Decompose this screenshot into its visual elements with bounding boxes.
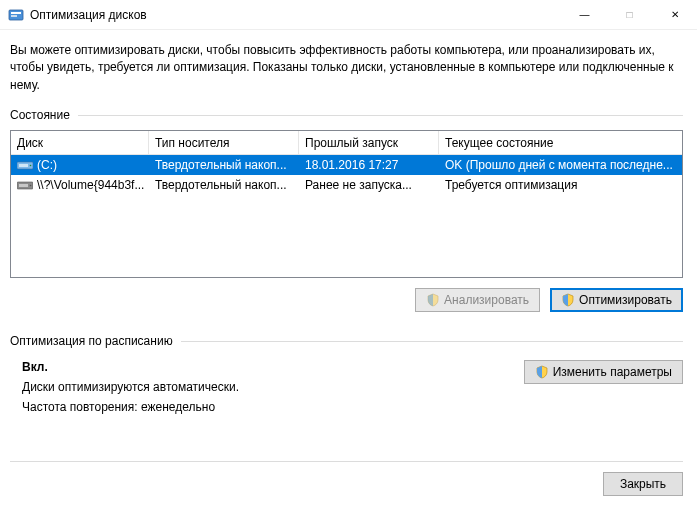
optimize-button[interactable]: Оптимизировать (550, 288, 683, 312)
shield-icon (561, 293, 575, 307)
svg-rect-2 (11, 15, 17, 17)
table-row[interactable]: (C:) Твердотельный накоп... 18.01.2016 1… (11, 155, 682, 175)
svg-rect-7 (19, 184, 28, 187)
shield-icon (426, 293, 440, 307)
close-button[interactable]: ✕ (652, 0, 697, 29)
svg-rect-1 (11, 12, 21, 14)
drive-icon (17, 179, 33, 191)
schedule-freq: Частота повторения: еженедельно (22, 400, 524, 414)
table-row[interactable]: \\?\Volume{944b3f... Твердотельный накоп… (11, 175, 682, 195)
minimize-button[interactable]: — (562, 0, 607, 29)
drive-media: Твердотельный накоп... (149, 158, 299, 172)
maximize-button: □ (607, 0, 652, 29)
list-header: Диск Тип носителя Прошлый запуск Текущее… (11, 131, 682, 155)
change-settings-button[interactable]: Изменить параметры (524, 360, 683, 384)
svg-rect-4 (19, 164, 28, 167)
intro-text: Вы можете оптимизировать диски, чтобы по… (10, 42, 680, 94)
drive-media: Твердотельный накоп... (149, 178, 299, 192)
drive-name: (C:) (37, 158, 57, 172)
schedule-state: Вкл. (22, 360, 524, 374)
section-state-label: Состояние (10, 108, 70, 122)
drive-last: Ранее не запуска... (299, 178, 439, 192)
drive-icon (17, 159, 33, 171)
window-title: Оптимизация дисков (30, 8, 147, 22)
section-schedule-header: Оптимизация по расписанию (10, 334, 683, 348)
column-state[interactable]: Текущее состояние (439, 131, 682, 154)
section-state-header: Состояние (10, 108, 683, 122)
divider (10, 461, 683, 462)
svg-point-5 (30, 165, 32, 167)
drive-name: \\?\Volume{944b3f... (37, 178, 144, 192)
column-media[interactable]: Тип носителя (149, 131, 299, 154)
drive-state: OK (Прошло дней с момента последне... (439, 158, 682, 172)
schedule-desc: Диски оптимизируются автоматически. (22, 380, 524, 394)
close-dialog-button[interactable]: Закрыть (603, 472, 683, 496)
svg-point-8 (30, 185, 32, 187)
titlebar: Оптимизация дисков — □ ✕ (0, 0, 697, 30)
drive-last: 18.01.2016 17:27 (299, 158, 439, 172)
drive-state: Требуется оптимизация (439, 178, 682, 192)
column-last-run[interactable]: Прошлый запуск (299, 131, 439, 154)
shield-icon (535, 365, 549, 379)
section-schedule-label: Оптимизация по расписанию (10, 334, 173, 348)
drive-list[interactable]: Диск Тип носителя Прошлый запуск Текущее… (10, 130, 683, 278)
app-icon (8, 7, 24, 23)
column-drive[interactable]: Диск (11, 131, 149, 154)
analyze-button: Анализировать (415, 288, 540, 312)
